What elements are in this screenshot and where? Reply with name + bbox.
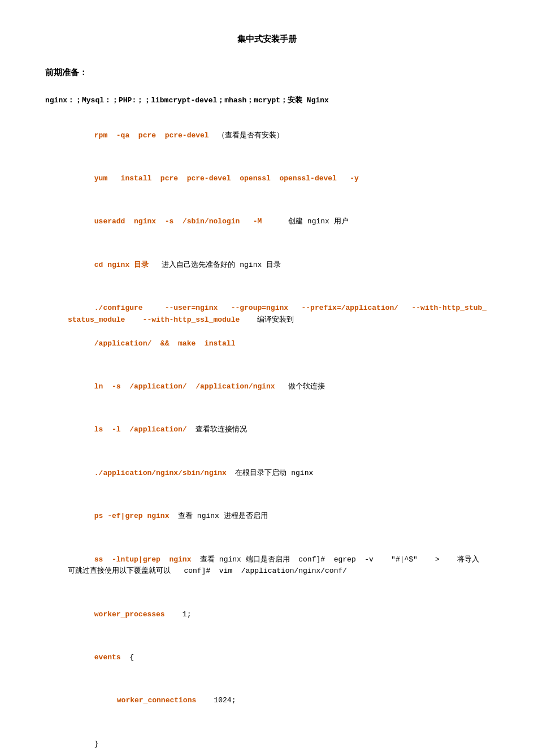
cmd-text: rpm -qa pcre pcre-devel （查看是否有安装） <box>68 118 489 153</box>
config-events-open: events { <box>45 640 489 675</box>
section-heading: 前期准备： <box>45 67 489 78</box>
cmd-text: events { <box>68 640 489 675</box>
cmd-comment: 查看 nginx 进程是否启用 <box>169 512 267 520</box>
cmd-orange: ps -ef|grep nginx <box>94 512 170 520</box>
command-ss: ss -lntup|grep nginx 查看 nginx 端口是否启用 con… <box>45 542 489 589</box>
command-configure: ./configure --user=nginx --group=nginx -… <box>45 291 489 361</box>
command-ls: ls -l /application/ 查看软连接情况 <box>45 413 489 448</box>
cmd-orange: ls -l /application/ <box>94 425 187 434</box>
config-brace: { <box>121 653 134 662</box>
cmd-text: worker_connections 1024; <box>90 684 489 719</box>
command-ln: ln -s /application/ /application/nginx 做… <box>45 369 489 404</box>
config-worker-processes: worker_processes 1; <box>45 597 489 632</box>
command-yum: yum install pcre pcre-devel openssl open… <box>45 161 489 196</box>
cmd-text: } <box>68 727 489 756</box>
cmd-orange: yum install pcre pcre-devel openssl open… <box>94 174 359 183</box>
page-title: 集中式安装手册 <box>45 34 489 45</box>
cmd-orange: ./application/nginx/sbin/nginx <box>94 469 227 477</box>
cmd-text: yum install pcre pcre-devel openssl open… <box>68 161 489 196</box>
command-useradd: useradd nginx -s /sbin/nologin -M 创建 ngi… <box>45 205 489 240</box>
command-nginx-start: ./application/nginx/sbin/nginx 在根目录下启动 n… <box>45 456 489 491</box>
config-key: events <box>94 653 121 662</box>
cmd-comment: 编译安装到 <box>240 316 294 324</box>
cmd-orange: ss -lntup|grep nginx <box>94 555 192 564</box>
cmd-comment: 进入自己选先准备好的 nginx 目录 <box>149 261 281 269</box>
config-val: 1; <box>165 610 192 619</box>
config-val: 1024; <box>196 696 236 705</box>
command-cd: cd nginx 目录 进入自己选先准备好的 nginx 目录 <box>45 248 489 283</box>
cmd-orange: ln -s /application/ /application/nginx <box>94 382 275 391</box>
cmd-text: ln -s /application/ /application/nginx 做… <box>68 369 489 404</box>
config-key: worker_processes <box>94 610 165 619</box>
cmd-text: ps -ef|grep nginx 查看 nginx 进程是否启用 <box>68 499 489 534</box>
cmd-text: worker_processes 1; <box>68 597 489 632</box>
cmd-text: cd nginx 目录 进入自己选先准备好的 nginx 目录 <box>68 248 489 283</box>
config-events-close: } <box>45 727 489 756</box>
config-worker-connections: worker_connections 1024; <box>45 684 489 719</box>
cmd-comment: 做个软连接 <box>275 382 325 391</box>
cmd-orange: useradd nginx -s /sbin/nologin -M <box>94 217 262 226</box>
cmd-text: ./configure --user=nginx --group=nginx -… <box>68 291 489 361</box>
cmd-comment: 在根目录下启动 nginx <box>227 469 313 477</box>
cmd-orange: cd nginx 目录 <box>94 261 149 269</box>
intro-line: nginx：；Mysql：；PHP:；；libmcrypt-devel；mhas… <box>45 95 489 107</box>
intro-text: nginx：；Mysql：；PHP:；；libmcrypt-devel；mhas… <box>45 95 489 107</box>
cmd-text: ./application/nginx/sbin/nginx 在根目录下启动 n… <box>68 456 489 491</box>
cmd-comment: 查看软连接情况 <box>187 425 248 434</box>
config-brace: } <box>94 740 99 748</box>
cmd-orange2: /application/ && make install <box>94 339 236 348</box>
page: 集中式安装手册 前期准备： nginx：；Mysql：；PHP:；；libmcr… <box>0 0 534 756</box>
cmd-orange: rpm -qa pcre pcre-devel <box>94 131 209 140</box>
cmd-comment: 创建 nginx 用户 <box>262 217 348 226</box>
cmd-text: ss -lntup|grep nginx 查看 nginx 端口是否启用 con… <box>68 542 489 589</box>
command-rpm: rpm -qa pcre pcre-devel （查看是否有安装） <box>45 118 489 153</box>
command-ps: ps -ef|grep nginx 查看 nginx 进程是否启用 <box>45 499 489 534</box>
cmd-text: useradd nginx -s /sbin/nologin -M 创建 ngi… <box>68 205 489 240</box>
cmd-text: ls -l /application/ 查看软连接情况 <box>68 413 489 448</box>
cmd-comment: （查看是否有安装） <box>209 131 284 140</box>
config-key: worker_connections <box>117 696 196 705</box>
